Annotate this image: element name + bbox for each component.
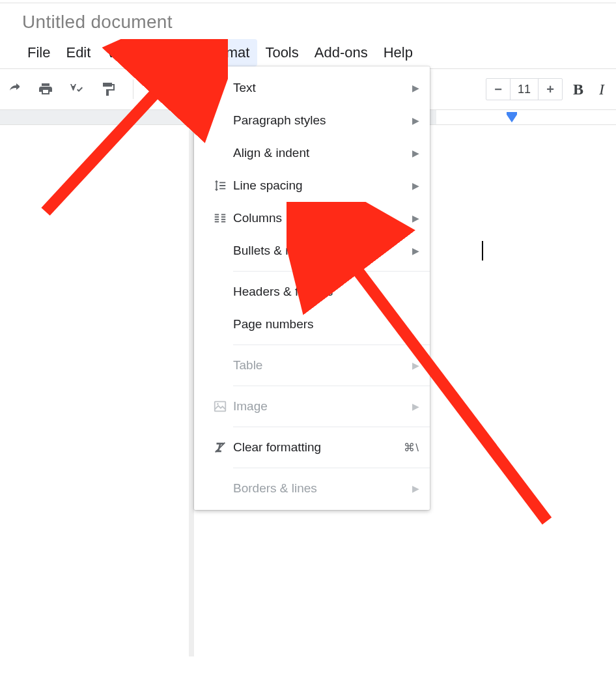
svg-rect-5	[221, 216, 225, 218]
menu-item-page-numbers[interactable]: Page numbers	[194, 308, 430, 341]
page-left-margin	[0, 125, 189, 656]
svg-rect-7	[221, 219, 225, 220]
menu-item-label: Clear formatting	[233, 440, 399, 455]
format-dropdown: Text ▶ Paragraph styles ▶ Align & indent…	[194, 66, 430, 510]
menu-file[interactable]: File	[20, 39, 58, 66]
menu-separator	[233, 427, 430, 427]
submenu-arrow-icon: ▶	[412, 483, 419, 494]
italic-button[interactable]: I	[594, 81, 609, 98]
menu-help[interactable]: Help	[376, 39, 421, 66]
svg-rect-10	[215, 402, 226, 412]
menu-item-borders-lines: Borders & lines ▶	[194, 472, 430, 505]
menu-item-align-indent[interactable]: Align & indent ▶	[194, 137, 430, 169]
menu-separator	[233, 345, 430, 345]
menu-item-text[interactable]: Text ▶	[194, 72, 430, 104]
image-icon	[207, 399, 233, 414]
menu-separator	[233, 271, 430, 272]
menu-format[interactable]: Format	[197, 39, 258, 66]
menu-item-label: Page numbers	[233, 317, 419, 331]
menubar: File Edit View Insert Format Tools Add-o…	[20, 39, 421, 66]
menu-separator	[233, 386, 430, 386]
font-size-increase[interactable]: +	[539, 79, 562, 100]
menu-item-image: Image ▶	[194, 390, 430, 423]
font-size-stepper: − 11 +	[486, 78, 563, 100]
menu-item-clear-formatting[interactable]: Clear formatting ⌘\	[194, 431, 430, 464]
submenu-arrow-icon: ▶	[412, 401, 419, 412]
menu-view[interactable]: View	[98, 39, 145, 66]
menu-tools[interactable]: Tools	[257, 39, 306, 66]
print-icon[interactable]	[36, 80, 55, 98]
toolbar-divider	[133, 79, 133, 99]
menu-item-label: Text	[233, 81, 412, 95]
menu-item-label: Align & indent	[233, 146, 412, 160]
menu-item-bullets-numbering[interactable]: Bullets & numbering ▶	[194, 234, 430, 267]
submenu-arrow-icon: ▶	[412, 360, 419, 371]
document-title[interactable]: Untitled document	[22, 12, 173, 33]
menu-addons[interactable]: Add-ons	[307, 39, 376, 66]
menu-item-line-spacing[interactable]: Line spacing ▶	[194, 169, 430, 202]
page-canvas[interactable]	[430, 125, 616, 676]
menu-insert[interactable]: Insert	[145, 39, 197, 66]
menu-item-label: Headers & footers	[233, 285, 419, 299]
submenu-arrow-icon: ▶	[412, 246, 419, 256]
submenu-arrow-icon: ▶	[412, 83, 419, 93]
window-top-divider	[0, 3, 616, 3]
menu-edit[interactable]: Edit	[58, 39, 98, 66]
line-spacing-icon	[207, 178, 233, 193]
page-gap	[189, 125, 194, 656]
menu-item-headers-footers[interactable]: Headers & footers	[194, 275, 430, 308]
menu-item-label: Paragraph styles	[233, 113, 412, 128]
menu-item-label: Line spacing	[233, 178, 412, 193]
menu-separator	[233, 468, 430, 468]
text-cursor	[482, 241, 483, 261]
columns-icon	[207, 211, 233, 225]
svg-rect-2	[215, 214, 219, 216]
svg-rect-3	[221, 214, 225, 216]
bold-button[interactable]: B	[570, 81, 586, 98]
svg-rect-8	[215, 221, 219, 223]
submenu-arrow-icon: ▶	[412, 115, 419, 126]
spellcheck-icon[interactable]	[68, 80, 86, 98]
menu-item-label: Columns	[233, 211, 412, 225]
svg-point-11	[217, 403, 219, 405]
submenu-arrow-icon: ▶	[412, 148, 419, 158]
svg-rect-9	[221, 221, 225, 223]
svg-rect-4	[215, 216, 219, 218]
menu-item-label: Image	[233, 399, 412, 414]
font-size-decrease[interactable]: −	[486, 79, 510, 100]
menu-item-paragraph-styles[interactable]: Paragraph styles ▶	[194, 104, 430, 137]
submenu-arrow-icon: ▶	[412, 213, 419, 223]
menu-item-columns[interactable]: Columns ▶	[194, 202, 430, 234]
menu-item-label: Borders & lines	[233, 481, 412, 496]
font-size-value[interactable]: 11	[510, 79, 539, 100]
redo-icon[interactable]	[5, 80, 23, 98]
ruler-active-area	[436, 110, 616, 124]
clear-format-icon	[207, 440, 233, 455]
paint-format-icon[interactable]	[99, 80, 117, 98]
menu-item-label: Table	[233, 358, 412, 373]
menu-item-shortcut: ⌘\	[404, 441, 419, 455]
svg-rect-6	[215, 219, 219, 220]
submenu-arrow-icon: ▶	[412, 180, 419, 191]
menu-item-table: Table ▶	[194, 349, 430, 382]
menu-item-label: Bullets & numbering	[233, 244, 412, 258]
